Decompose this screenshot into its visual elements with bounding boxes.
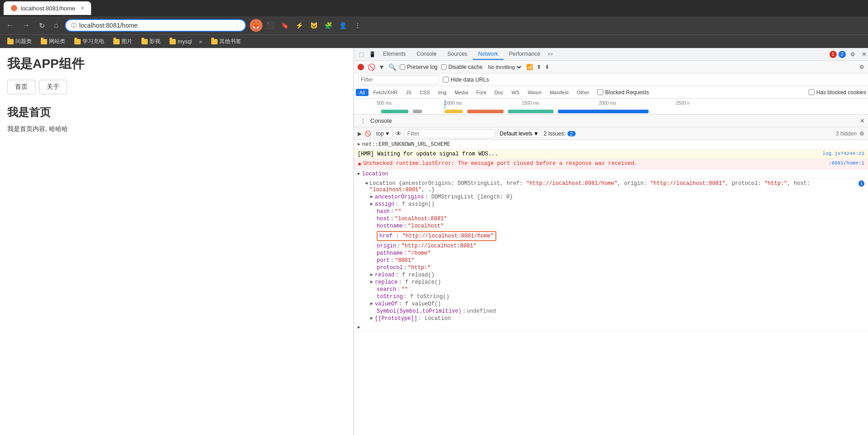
- blocked-requests-text: Blocked Requests: [605, 89, 649, 96]
- extension-icon-4[interactable]: ⚡: [293, 19, 306, 32]
- active-tab[interactable]: localhost:8081/home ×: [4, 1, 91, 15]
- type-btn-img[interactable]: Img: [435, 89, 450, 96]
- devtools-more-tabs-button[interactable]: >>: [546, 51, 555, 58]
- location-desc: Location {ancestorOrigins: DOMStringList…: [369, 180, 856, 193]
- bookmark-item-1[interactable]: 网站类: [37, 37, 69, 46]
- console-levels-select[interactable]: Default levels ▼: [498, 130, 541, 138]
- console-exec-button[interactable]: ▶: [358, 130, 362, 137]
- type-btn-font[interactable]: Font: [473, 89, 490, 96]
- tab-close-btn[interactable]: ×: [81, 5, 84, 11]
- extension-firefox-icon[interactable]: 🦊: [250, 19, 262, 32]
- preserve-log-checkbox[interactable]: [400, 64, 405, 70]
- expand-arrow-reload[interactable]: ▶: [370, 272, 373, 277]
- expand-arrow-assign[interactable]: ▶: [370, 201, 373, 207]
- bookmark-item-4[interactable]: 影视: [138, 37, 164, 46]
- bookmarks-more-button[interactable]: »: [197, 38, 204, 46]
- home-nav-button[interactable]: 首页: [7, 80, 35, 94]
- has-blocked-label[interactable]: Has blocked cookies: [809, 89, 866, 96]
- devtools-close-button[interactable]: ×: [862, 50, 866, 58]
- browser-chrome: localhost:8081/home × ← → ↻ ⌂ ⓘ localhos…: [0, 0, 868, 48]
- expand-arrow-proto[interactable]: ▶: [370, 315, 373, 321]
- hide-data-urls-label[interactable]: Hide data URLs: [443, 77, 489, 83]
- menu-button[interactable]: ⋮: [351, 19, 364, 32]
- type-btn-wasm[interactable]: Wasm: [524, 89, 545, 96]
- tab-performance[interactable]: Performance: [504, 49, 546, 60]
- type-btn-other[interactable]: Other: [573, 89, 593, 96]
- hide-data-urls-text: Hide data URLs: [451, 77, 489, 83]
- home-button[interactable]: ⌂: [51, 19, 61, 31]
- clear-button[interactable]: 🚫: [368, 63, 375, 71]
- extension-icon-3[interactable]: 🔖: [279, 19, 291, 32]
- extension-icon-2[interactable]: ⬛: [264, 19, 277, 32]
- preserve-log-label[interactable]: Preserve log: [400, 64, 437, 70]
- type-btn-ws[interactable]: WS: [508, 89, 523, 96]
- bookmark-item-3[interactable]: 图片: [110, 37, 136, 46]
- devtools-inspect-icon[interactable]: ⬚: [356, 49, 367, 60]
- has-blocked-checkbox[interactable]: [809, 89, 815, 95]
- bookmark-item-5[interactable]: mysql: [166, 38, 195, 46]
- blocked-requests-checkbox[interactable]: [597, 89, 603, 95]
- type-btn-fetch[interactable]: Fetch/XHR: [369, 89, 401, 96]
- bookmark-item-6[interactable]: 其他书签: [208, 37, 245, 46]
- back-button[interactable]: ←: [4, 19, 16, 31]
- console-settings-button[interactable]: ⚙: [859, 130, 864, 137]
- tab-network[interactable]: Network: [473, 49, 504, 60]
- console-src-3[interactable]: :8081/home:1: [829, 160, 864, 166]
- devtools-panel: ⬚ 📱 Elements Console Sources Network Per…: [354, 48, 868, 435]
- expand-arrow-1[interactable]: ▶: [358, 141, 360, 147]
- filter-input[interactable]: [358, 75, 439, 84]
- tab-sources[interactable]: Sources: [442, 49, 473, 60]
- tab-elements[interactable]: Elements: [378, 49, 411, 60]
- collapse-arrow[interactable]: ◀: [365, 180, 368, 186]
- throttle-select[interactable]: No throttling: [486, 64, 523, 70]
- type-btn-manifest[interactable]: Manifest: [546, 89, 572, 96]
- timeline-bar-1: [381, 110, 408, 113]
- blocked-requests-label[interactable]: Blocked Requests: [597, 89, 649, 96]
- console-filter-input[interactable]: [404, 129, 495, 138]
- expand-arrow-ancestor[interactable]: ▶: [370, 194, 373, 199]
- expand-location-arrow[interactable]: ▶: [358, 171, 360, 176]
- filter-button[interactable]: ▼: [378, 63, 385, 71]
- type-btn-media[interactable]: Media: [451, 89, 472, 96]
- prop-href: href : "http://localhost:8081/home": [370, 231, 864, 242]
- expand-arrow-valueof[interactable]: ▶: [370, 301, 373, 306]
- address-bar[interactable]: ⓘ localhost:8081/home ☆: [65, 19, 246, 32]
- bookmark-item-0[interactable]: 问题类: [4, 37, 35, 46]
- extension-icon-6[interactable]: 🧩: [322, 19, 335, 32]
- timeline-marker: [445, 100, 445, 109]
- bookmark-item-2[interactable]: 学习充电: [71, 37, 108, 46]
- extension-icon-5[interactable]: 🐱: [308, 19, 320, 32]
- network-settings-button[interactable]: ⚙: [859, 64, 864, 70]
- devtools-settings-button[interactable]: ⚙: [848, 49, 858, 60]
- folder-icon: [141, 39, 148, 44]
- about-nav-button[interactable]: 关于: [39, 80, 67, 94]
- reload-button[interactable]: ↻: [36, 19, 48, 32]
- type-btn-all[interactable]: All: [356, 89, 369, 96]
- tab-console[interactable]: Console: [411, 49, 442, 60]
- devtools-device-icon[interactable]: 📱: [367, 49, 378, 60]
- console-close-button[interactable]: ×: [860, 117, 864, 125]
- console-menu-icon[interactable]: ⋮: [358, 116, 369, 126]
- console-eye-button[interactable]: 👁: [395, 130, 402, 137]
- type-btn-css[interactable]: CSS: [416, 89, 434, 96]
- hide-data-urls-checkbox[interactable]: [443, 77, 449, 82]
- console-clear-button[interactable]: 🚫: [364, 130, 371, 137]
- search-button[interactable]: 🔍: [388, 63, 396, 71]
- type-btn-doc[interactable]: Doc: [491, 89, 507, 96]
- bottom-expand-arrow[interactable]: ▶: [358, 324, 360, 330]
- bookmark-star-button[interactable]: ☆: [234, 22, 240, 29]
- folder-icon: [113, 39, 120, 44]
- account-icon[interactable]: 👤: [337, 19, 349, 32]
- forward-button[interactable]: →: [20, 19, 33, 31]
- location-properties: ▶ ancestorOrigins : DOMStringList {lengt…: [370, 193, 864, 322]
- disable-cache-label[interactable]: Disable cache: [441, 64, 482, 70]
- expand-arrow-replace[interactable]: ▶: [370, 279, 373, 285]
- console-output[interactable]: ▶ net::ERR_UNKNOWN_URL_SCHEME [HMR] Wait…: [354, 140, 868, 435]
- record-button[interactable]: [358, 64, 364, 70]
- console-text-3: Unchecked runtime.lastError: The message…: [363, 160, 637, 167]
- console-context-select[interactable]: top ▼: [374, 130, 393, 138]
- disable-cache-checkbox[interactable]: [441, 64, 446, 70]
- tab-favicon: [11, 5, 17, 11]
- console-src-2[interactable]: log.js?4244:23: [823, 151, 864, 156]
- type-btn-js[interactable]: JS: [402, 89, 415, 96]
